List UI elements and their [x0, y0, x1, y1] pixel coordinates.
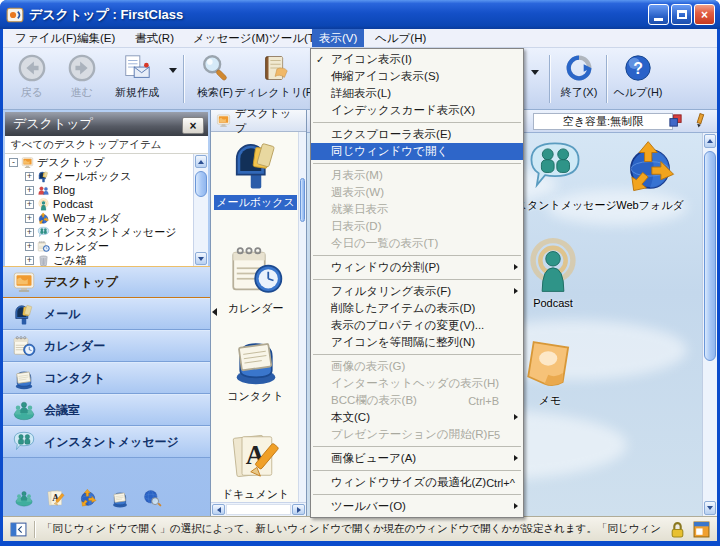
search-button[interactable]: 検索(F): [189, 53, 241, 107]
pencil-icon[interactable]: [692, 113, 707, 128]
menu-item-detail-view[interactable]: 詳細表示(L): [311, 85, 523, 102]
menu-view[interactable]: 表示(V): [312, 29, 364, 47]
menu-item-filtered-view[interactable]: フィルタリング表示(F): [311, 283, 523, 300]
conference-icon[interactable]: [14, 488, 34, 508]
maximize-button[interactable]: [671, 4, 692, 25]
sidebar-item-desktop[interactable]: デスクトップ: [3, 266, 210, 298]
panel-close-button[interactable]: ×: [182, 117, 204, 134]
scrollbar-thumb[interactable]: [300, 178, 305, 222]
expand-box[interactable]: +: [25, 172, 34, 181]
scroll-up-arrow[interactable]: [704, 134, 716, 148]
menu-item-toolbar[interactable]: ツールバー(O): [311, 498, 523, 515]
expand-box[interactable]: +: [25, 242, 34, 251]
scrollbar-thumb[interactable]: [704, 151, 716, 361]
menu-item-label: フィルタリング表示(F): [331, 284, 515, 299]
layers-icon[interactable]: [668, 113, 683, 128]
icon-pane-vscrollbar[interactable]: [298, 132, 306, 502]
icon-pane-hscrollbar[interactable]: [211, 502, 306, 516]
exit-button[interactable]: 終了(X): [554, 53, 604, 107]
expand-box[interactable]: +: [25, 200, 34, 209]
expand-box[interactable]: +: [25, 228, 34, 237]
tree-item-desktop[interactable]: -デスクトップ: [7, 155, 192, 169]
window-icon[interactable]: [693, 521, 710, 538]
sidebar-item-contact[interactable]: コンタクト: [3, 362, 210, 394]
menu-item-open-in-same-window[interactable]: 同じウィンドウで開く: [311, 143, 523, 160]
new-message-button[interactable]: 新規作成: [110, 53, 164, 107]
tree-item-label: ごみ箱: [53, 253, 87, 267]
menu-item-index-card-view[interactable]: インデックスカード表示(X): [311, 102, 523, 119]
menu-item-optimize-window-size[interactable]: ウィンドウサイズの最適化(Z)Ctrl+^: [311, 474, 523, 491]
panel-toggle-icon[interactable]: [10, 521, 27, 538]
menu-item-label: プレゼンテーションの開始(R): [331, 427, 487, 442]
workspace-scrollbar[interactable]: [702, 133, 717, 516]
minimize-button[interactable]: [648, 4, 669, 25]
scrollbar-thumb[interactable]: [195, 171, 207, 197]
menu-item-label: 日表示(D): [331, 219, 515, 234]
menu-item-image-viewer[interactable]: 画像ビューア(A): [311, 450, 523, 467]
new-message-dropdown-arrow[interactable]: [169, 68, 177, 73]
menu-item-workday-view: 就業日表示: [311, 201, 523, 218]
websearch-icon[interactable]: [142, 488, 162, 508]
document-icon[interactable]: A: [46, 488, 66, 508]
tree-item-calendar[interactable]: +カレンダー: [7, 239, 192, 253]
expand-box[interactable]: +: [25, 256, 34, 265]
im-icon: [12, 430, 36, 454]
tree-item-mailbox[interactable]: +メールボックス: [7, 169, 192, 183]
help-button[interactable]: ? ヘルプ(H): [611, 53, 665, 107]
menu-item-show-deleted-items[interactable]: 削除したアイテムの表示(D): [311, 300, 523, 317]
menu-help[interactable]: ヘルプ(H): [368, 29, 433, 47]
desktop-icon-webfolder[interactable]: Webフォルダ: [580, 138, 717, 213]
menu-edit[interactable]: 編集(E): [70, 29, 122, 47]
scroll-down-arrow[interactable]: [195, 252, 207, 265]
icon-pane-item-mailbox[interactable]: メールボックス: [211, 136, 300, 210]
icon-pane-item-document[interactable]: Aドキュメント: [211, 428, 300, 502]
scroll-up-arrow[interactable]: [195, 155, 207, 168]
sidebar-item-mail[interactable]: メール: [3, 298, 210, 330]
icon-pane-item-label: メールボックス: [214, 195, 297, 210]
menu-item-icon-view[interactable]: ✓アイコン表示(I): [311, 51, 523, 68]
close-button[interactable]: ×: [694, 4, 715, 25]
icon-pane-item-contact[interactable]: コンタクト: [211, 330, 300, 404]
icon-pane-item-calendar[interactable]: カレンダー: [211, 242, 300, 316]
menu-item-arrange-icons[interactable]: アイコンを等間隔に整列(N): [311, 334, 523, 351]
toolbar-overflow-arrow[interactable]: [531, 70, 539, 75]
pane-collapse-arrow[interactable]: [212, 308, 217, 316]
collapse-box[interactable]: -: [9, 158, 18, 167]
sidebar-item-im[interactable]: インスタントメッセージ: [3, 426, 210, 458]
tree-item-webfolder[interactable]: +Webフォルダ: [7, 211, 192, 225]
webfolder-icon[interactable]: [78, 488, 98, 508]
menu-item-split-window[interactable]: ウィンドウの分割(P): [311, 259, 523, 276]
desktop-icon: [21, 156, 34, 169]
tree-item-blog[interactable]: +Blog: [7, 183, 192, 197]
expand-box[interactable]: +: [25, 214, 34, 223]
menu-item-body[interactable]: 本文(C): [311, 409, 523, 426]
statusbar-separator: [34, 521, 35, 538]
app-logo-icon: [6, 6, 24, 24]
sidebar-item-conference[interactable]: 会議室: [3, 394, 210, 426]
tree-scrollbar[interactable]: [193, 154, 208, 266]
menu-item-change-view-properties[interactable]: 表示のプロパティの変更(V)...: [311, 317, 523, 334]
contact-icon[interactable]: [110, 488, 130, 508]
menu-item-week-view: 週表示(W): [311, 184, 523, 201]
scroll-left-arrow[interactable]: [212, 504, 225, 515]
expand-box[interactable]: +: [25, 186, 34, 195]
scroll-right-arrow[interactable]: [292, 504, 305, 515]
sidebar-item-calendar[interactable]: カレンダー: [3, 330, 210, 362]
back-button: 戻る: [8, 53, 56, 107]
tree-item-podcast[interactable]: +Podcast: [7, 197, 192, 211]
scrollbar-track[interactable]: [226, 504, 291, 515]
scroll-down-arrow[interactable]: [704, 501, 716, 515]
sidebar-item-label: コンタクト: [44, 370, 105, 387]
tree-item-trash[interactable]: +ごみ箱: [7, 253, 192, 266]
menu-item-month-view: 月表示(M): [311, 167, 523, 184]
menu-separator: [313, 122, 521, 123]
submenu-arrow-icon: [514, 455, 518, 461]
tree-item-im[interactable]: +インスタントメッセージ: [7, 225, 192, 239]
menu-item-scaled-icon-view[interactable]: 伸縮アイコン表示(S): [311, 68, 523, 85]
exit-label: 終了(X): [561, 85, 598, 100]
directory-button[interactable]: ディレクトリ(R): [243, 53, 309, 107]
directory-icon: [261, 53, 291, 83]
svg-text:?: ?: [633, 60, 643, 77]
menu-item-explorer-view[interactable]: エクスプローラ表示(E): [311, 126, 523, 143]
menu-format[interactable]: 書式(R): [128, 29, 181, 47]
